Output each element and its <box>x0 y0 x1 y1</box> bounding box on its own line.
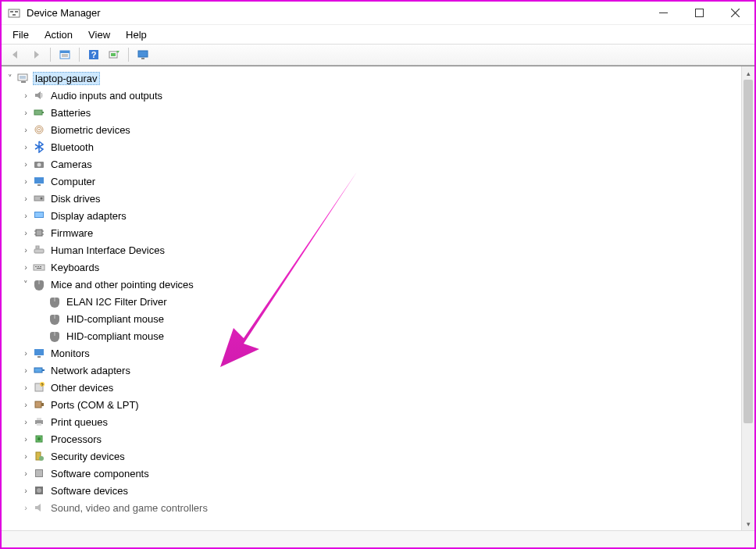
close-button[interactable] <box>717 2 753 24</box>
toolbar-separator <box>79 48 80 62</box>
tree-root-label: laptop-gaurav <box>33 72 100 85</box>
chevron-right-icon[interactable]: › <box>20 383 31 392</box>
chevron-down-icon[interactable]: ˅ <box>20 280 31 290</box>
tree-category-sw-components[interactable]: › Software components <box>5 465 741 482</box>
scroll-up-button[interactable]: ▴ <box>742 66 754 80</box>
svg-rect-9 <box>60 51 70 53</box>
tree-category-processors[interactable]: › Processors <box>5 430 741 447</box>
tree-category-hid[interactable]: › Human Interface Devices <box>5 241 741 258</box>
toolbar-help-button[interactable]: ? <box>84 46 103 63</box>
chevron-right-icon[interactable]: › <box>20 417 31 426</box>
chevron-right-icon[interactable]: › <box>20 159 31 169</box>
svg-point-31 <box>41 198 43 200</box>
tree-category-security[interactable]: › Security devices <box>5 447 741 465</box>
chevron-right-icon[interactable]: › <box>20 400 31 409</box>
toolbar-properties-button[interactable] <box>55 46 74 63</box>
svg-rect-39 <box>34 249 44 253</box>
maximize-button[interactable] <box>681 2 717 24</box>
tree-category-keyboards[interactable]: › Keyboards <box>5 258 741 276</box>
tree-category-sound[interactable]: › Sound, video and game controllers <box>5 499 741 516</box>
tree-category-display-adapters[interactable]: › Display adapters <box>5 207 741 224</box>
chevron-right-icon[interactable]: › <box>20 228 31 237</box>
tree-category-computer[interactable]: › Computer <box>5 173 741 190</box>
svg-point-69 <box>37 488 41 493</box>
chevron-right-icon[interactable]: › <box>20 451 31 461</box>
chevron-right-icon[interactable]: › <box>20 434 31 444</box>
chevron-right-icon[interactable]: › <box>20 211 31 220</box>
tree-category-cameras[interactable]: › Cameras <box>5 155 741 173</box>
chevron-right-icon[interactable]: › <box>20 503 31 512</box>
chevron-right-icon[interactable]: › <box>20 176 31 186</box>
bluetooth-icon <box>33 141 45 153</box>
minimize-button[interactable] <box>645 2 681 24</box>
chevron-right-icon[interactable]: › <box>20 91 31 100</box>
tree-device-hid-mouse-2[interactable]: HID-compliant mouse <box>5 327 741 344</box>
tree-root-node[interactable]: ˅ laptop-gaurav <box>5 70 741 87</box>
toolbar-forward-button[interactable] <box>27 46 45 63</box>
toolbar: ? <box>2 44 754 66</box>
mouse-icon <box>48 330 61 342</box>
device-tree[interactable]: ˅ laptop-gaurav › Audio inputs and outpu… <box>2 66 741 530</box>
tree-category-monitors[interactable]: › Monitors <box>5 344 741 362</box>
toolbar-back-button[interactable] <box>6 46 25 63</box>
chevron-right-icon[interactable]: › <box>20 142 31 152</box>
menu-file[interactable]: File <box>5 27 37 42</box>
toolbar-separator <box>128 48 129 62</box>
svg-rect-5 <box>695 9 703 17</box>
svg-rect-63 <box>37 437 41 440</box>
tree-category-network[interactable]: › Network adapters <box>5 362 741 379</box>
svg-rect-20 <box>21 81 26 83</box>
tree-device-elan[interactable]: ELAN I2C Filter Driver <box>5 293 741 310</box>
svg-point-27 <box>37 163 41 167</box>
svg-rect-43 <box>37 266 39 267</box>
tree-category-disk-drives[interactable]: › Disk drives <box>5 190 741 207</box>
vertical-scrollbar[interactable]: ▴ ▾ <box>741 66 754 530</box>
chevron-right-icon[interactable]: › <box>20 108 31 117</box>
svg-rect-53 <box>42 369 45 371</box>
svg-rect-1 <box>10 11 13 12</box>
tree-category-mice[interactable]: ˅ Mice and other pointing devices <box>5 276 741 293</box>
tree-category-firmware[interactable]: › Firmware <box>5 224 741 241</box>
tree-category-biometric[interactable]: › Biometric devices <box>5 121 741 138</box>
software-component-icon <box>33 467 45 479</box>
chevron-right-icon[interactable]: › <box>20 262 31 272</box>
menubar: File Action View Help <box>2 25 754 44</box>
svg-rect-58 <box>41 403 44 406</box>
software-device-icon <box>33 484 45 497</box>
tree-category-ports[interactable]: › Ports (COM & LPT) <box>5 396 741 413</box>
svg-rect-57 <box>35 401 41 408</box>
svg-rect-29 <box>37 184 41 186</box>
svg-rect-17 <box>141 58 144 59</box>
tree-category-audio[interactable]: › Audio inputs and outputs <box>5 87 741 104</box>
chevron-right-icon[interactable]: › <box>20 194 31 203</box>
toolbar-monitor-button[interactable] <box>134 46 152 63</box>
scroll-thumb[interactable] <box>744 80 753 423</box>
network-icon <box>33 364 45 376</box>
tree-category-batteries[interactable]: › Batteries <box>5 104 741 121</box>
tree-category-printers[interactable]: › Print queues <box>5 413 741 430</box>
menu-action[interactable]: Action <box>37 27 80 42</box>
menu-help[interactable]: Help <box>118 27 155 42</box>
svg-rect-44 <box>40 266 41 267</box>
chevron-right-icon[interactable]: › <box>20 245 31 255</box>
chevron-right-icon[interactable]: › <box>20 469 31 478</box>
chevron-down-icon[interactable]: ˅ <box>5 73 16 84</box>
svg-rect-2 <box>15 11 18 12</box>
tree-category-bluetooth[interactable]: › Bluetooth <box>5 138 741 155</box>
svg-rect-15 <box>111 53 116 56</box>
chevron-right-icon[interactable]: › <box>20 486 31 495</box>
svg-rect-3 <box>12 14 16 16</box>
titlebar: Device Manager <box>2 2 754 25</box>
tree-category-other[interactable]: › ? Other devices <box>5 379 741 396</box>
port-icon <box>33 398 45 411</box>
svg-rect-22 <box>42 112 44 113</box>
menu-view[interactable]: View <box>80 27 118 42</box>
toolbar-scan-button[interactable] <box>105 46 123 63</box>
scroll-down-button[interactable]: ▾ <box>742 517 754 530</box>
svg-rect-40 <box>36 246 39 248</box>
chevron-right-icon[interactable]: › <box>20 348 31 358</box>
chevron-right-icon[interactable]: › <box>20 125 31 134</box>
chevron-right-icon[interactable]: › <box>20 365 31 375</box>
tree-category-sw-devices[interactable]: › Software devices <box>5 482 741 499</box>
tree-device-hid-mouse-1[interactable]: HID-compliant mouse <box>5 310 741 327</box>
